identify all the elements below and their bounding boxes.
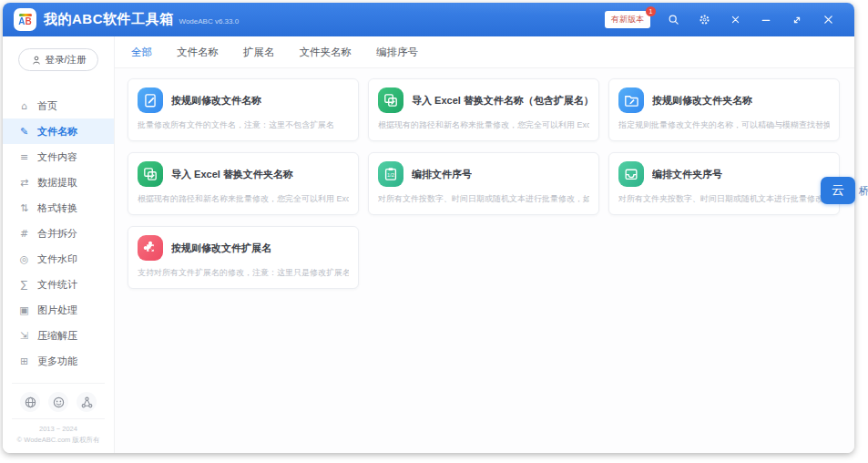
sidebar-item-format-convert[interactable]: ⇅格式转换 bbox=[3, 195, 114, 221]
person-icon bbox=[31, 55, 42, 66]
card-description: 指定规则批量修改文件夹的名称，可以精确与模糊查找替换 bbox=[618, 119, 830, 131]
data-extract-icon: ⇄ bbox=[18, 177, 30, 189]
tool-card-arrange-file-serial[interactable]: 1/2编排文件序号对所有文件按数字、时间日期或随机文本进行批量修改，如果您的规则… bbox=[368, 152, 599, 215]
feedback-button[interactable] bbox=[48, 392, 68, 412]
sidebar-item-label: 文件水印 bbox=[37, 252, 77, 266]
card-header: 导入 Excel 替换文件名称（包含扩展名） bbox=[378, 87, 589, 113]
tab-all[interactable]: 全部 bbox=[131, 46, 152, 59]
card-title: 按规则修改文件夹名称 bbox=[652, 94, 752, 108]
sidebar-item-home[interactable]: ⌂首页 bbox=[3, 93, 114, 118]
card-title: 编排文件序号 bbox=[412, 168, 472, 181]
card-header: 按规则修改文件扩展名 bbox=[138, 235, 349, 261]
sidebar: 登录/注册 ⌂首页✎文件名称≡文件内容⇄数据提取⇅格式转换#合并拆分◎文件水印∑… bbox=[3, 36, 115, 453]
minimize-button[interactable] bbox=[751, 8, 781, 32]
card-header: 按规则修改文件夹名称 bbox=[618, 87, 830, 113]
minimize-icon bbox=[761, 15, 771, 26]
statistics-icon: ∑ bbox=[18, 279, 30, 291]
tab-folder-name[interactable]: 文件夹名称 bbox=[300, 46, 352, 59]
app-version: WodeABC v6.33.0 bbox=[179, 17, 240, 26]
titlebar-controls: 有新版本 1 bbox=[605, 8, 843, 32]
watermark-icon: ◎ bbox=[18, 253, 30, 265]
tool-card-rename-file-by-rule[interactable]: 按规则修改文件名称批量修改所有文件的文件名，注意：这里不包含扩展名 bbox=[128, 78, 359, 141]
app-logo: AB bbox=[14, 8, 36, 31]
app-title: 我的ABC软件工具箱 bbox=[44, 11, 174, 28]
tool-card-change-extension-by-rule[interactable]: 按规则修改文件扩展名支持对所有文件扩展名的修改，注意：这里只是修改扩展名，「不是… bbox=[128, 226, 359, 289]
sidebar-item-file-content[interactable]: ≡文件内容 bbox=[3, 144, 114, 170]
card-title: 编排文件夹序号 bbox=[652, 168, 722, 181]
merge-split-icon: # bbox=[18, 228, 30, 240]
cloud-floating-label: 云 bbox=[832, 182, 844, 199]
login-register-label: 登录/注册 bbox=[46, 54, 87, 67]
file-content-icon: ≡ bbox=[18, 151, 30, 163]
search-icon bbox=[668, 14, 679, 26]
format-convert-icon: ⇅ bbox=[18, 202, 30, 214]
sidebar-item-more[interactable]: ⊞更多功能 bbox=[3, 348, 114, 374]
tool-card-excel-replace-file-name[interactable]: 导入 Excel 替换文件名称（包含扩展名）根据现有的路径和新名称来批量修改，您… bbox=[368, 78, 599, 141]
logo-text: AB bbox=[18, 17, 31, 26]
sidebar-item-label: 文件统计 bbox=[37, 278, 77, 292]
excel-replace-icon bbox=[138, 161, 163, 187]
card-title: 导入 Excel 替换文件夹名称 bbox=[171, 168, 293, 181]
title-wrap: 我的ABC软件工具箱 WodeABC v6.33.0 bbox=[44, 11, 239, 28]
tool-card-rename-folder-by-rule[interactable]: 按规则修改文件夹名称指定规则批量修改文件夹的名称，可以精确与模糊查找替换 bbox=[608, 78, 840, 141]
sidebar-item-data-extract[interactable]: ⇄数据提取 bbox=[3, 170, 114, 195]
svg-text:1/2: 1/2 bbox=[387, 172, 394, 178]
copyright: 2013 ~ 2024 © WodeABC.com 版权所有 bbox=[3, 419, 114, 453]
settings-gear-icon bbox=[699, 14, 710, 26]
edit-document-icon bbox=[138, 87, 163, 113]
tab-extension[interactable]: 扩展名 bbox=[243, 46, 275, 59]
maximize-button[interactable] bbox=[781, 8, 812, 32]
card-description: 根据现有的路径和新名称来批量修改，您完全可以利用 Excel 强大的功能 bbox=[378, 119, 589, 131]
cloud-floating-button[interactable]: 云 bbox=[821, 177, 855, 204]
sidebar-item-file-watermark[interactable]: ◎文件水印 bbox=[3, 246, 114, 272]
notification-count-badge: 1 bbox=[646, 6, 656, 16]
tool-card-arrange-folder-serial[interactable]: 编排文件夹序号对所有文件夹按数字、时间日期或随机文本进行批量修改，如果您的规则 bbox=[608, 152, 840, 215]
new-version-badge[interactable]: 有新版本 1 bbox=[605, 11, 650, 28]
card-title: 按规则修改文件扩展名 bbox=[171, 242, 271, 255]
new-version-label: 有新版本 bbox=[611, 15, 644, 24]
sidebar-menu: ⌂首页✎文件名称≡文件内容⇄数据提取⇅格式转换#合并拆分◎文件水印∑文件统计▣图… bbox=[3, 93, 114, 374]
sidebar-item-label: 压缩解压 bbox=[37, 329, 77, 343]
share-network-icon bbox=[80, 396, 94, 409]
settings-button[interactable] bbox=[689, 8, 720, 32]
card-description: 根据现有的路径和新名称来批量修改，您完全可以利用 Excel 强大的功能 bbox=[138, 193, 349, 205]
image-icon: ▣ bbox=[18, 304, 30, 316]
sidebar-item-file-name[interactable]: ✎文件名称 bbox=[3, 118, 114, 144]
sidebar-item-file-stats[interactable]: ∑文件统计 bbox=[3, 272, 114, 297]
search-button[interactable] bbox=[658, 8, 689, 32]
social-links bbox=[3, 384, 114, 418]
copyright-owner: © WodeABC.com 版权所有 bbox=[3, 435, 114, 446]
tool-cards-grid: 按规则修改文件名称批量修改所有文件的文件名，注意：这里不包含扩展名导入 Exce… bbox=[115, 68, 854, 289]
sidebar-item-image-process[interactable]: ▣图片处理 bbox=[3, 297, 114, 323]
home-icon: ⌂ bbox=[18, 100, 30, 112]
sidebar-item-compress[interactable]: ⇲压缩解压 bbox=[3, 323, 114, 348]
tab-file-name[interactable]: 文件名称 bbox=[177, 46, 219, 59]
tool-card-excel-replace-folder-name[interactable]: 导入 Excel 替换文件夹名称根据现有的路径和新名称来批量修改，您完全可以利用… bbox=[128, 152, 359, 215]
sidebar-item-label: 文件名称 bbox=[37, 125, 77, 139]
website-button[interactable] bbox=[20, 392, 40, 412]
skin-icon bbox=[730, 15, 740, 25]
sidebar-item-label: 格式转换 bbox=[37, 201, 77, 215]
edit-folder-icon bbox=[618, 87, 644, 113]
close-icon bbox=[822, 14, 834, 26]
card-description: 对所有文件夹按数字、时间日期或随机文本进行批量修改，如果您的规则 bbox=[618, 193, 830, 205]
puzzle-icon bbox=[138, 235, 163, 261]
clipboard-number-icon: 1/2 bbox=[378, 161, 403, 187]
sidebar-item-merge-split[interactable]: #合并拆分 bbox=[3, 221, 114, 246]
login-register-button[interactable]: 登录/注册 bbox=[18, 48, 98, 71]
card-header: 导入 Excel 替换文件夹名称 bbox=[138, 161, 349, 187]
sidebar-item-label: 文件内容 bbox=[37, 150, 77, 164]
card-description: 批量修改所有文件的文件名，注意：这里不包含扩展名 bbox=[138, 119, 349, 131]
share-button[interactable] bbox=[77, 392, 97, 412]
app-window: AB 我的ABC软件工具箱 WodeABC v6.33.0 有新版本 1 登录/… bbox=[3, 3, 854, 453]
chat-icon bbox=[52, 396, 66, 409]
maximize-icon bbox=[791, 15, 802, 26]
sidebar-item-label: 更多功能 bbox=[37, 355, 77, 368]
close-button[interactable] bbox=[812, 8, 843, 32]
tray-number-icon bbox=[618, 161, 644, 187]
card-title: 导入 Excel 替换文件名称（包含扩展名） bbox=[412, 94, 589, 108]
skin-button[interactable] bbox=[720, 8, 751, 32]
sidebar-item-label: 数据提取 bbox=[37, 176, 77, 190]
copyright-years: 2013 ~ 2024 bbox=[3, 424, 114, 435]
tab-serial[interactable]: 编排序号 bbox=[376, 46, 418, 59]
